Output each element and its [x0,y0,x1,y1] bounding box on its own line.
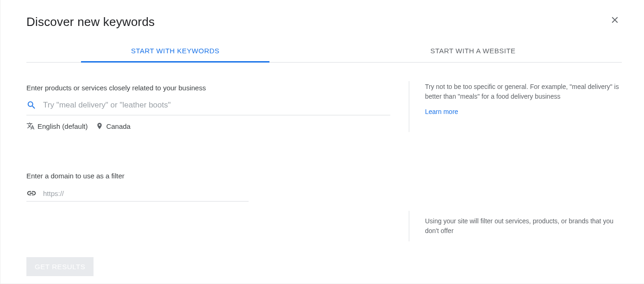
domain-section: Enter a domain to use as a filter [26,172,390,202]
page-title: Discover new keywords [26,15,155,29]
right-column: Try not to be too specific or general. F… [409,84,622,276]
products-label: Enter products or services closely relat… [26,84,390,92]
domain-input[interactable] [43,189,249,197]
search-icon [26,100,37,110]
tab-start-with-website[interactable]: START WITH A WEBSITE [324,40,622,62]
domain-input-row [26,186,249,202]
get-results-button[interactable]: GET RESULTS [26,257,94,276]
tab-bar: START WITH KEYWORDS START WITH A WEBSITE [26,40,622,63]
tab-start-with-keywords[interactable]: START WITH KEYWORDS [26,40,324,62]
hint-domain-text: Using your site will filter out services… [425,217,613,234]
products-section: Enter products or services closely relat… [26,84,390,130]
left-column: Enter products or services closely relat… [26,84,409,276]
language-chip[interactable]: English (default) [26,122,88,130]
domain-label: Enter a domain to use as a filter [26,172,390,180]
keyword-planner-dialog: Discover new keywords START WITH KEYWORD… [0,0,644,284]
hint-keywords: Try not to be too specific or general. F… [409,81,622,132]
dialog-body: Enter products or services closely relat… [26,84,622,276]
location-icon [96,122,103,130]
keyword-input[interactable] [43,101,390,110]
translate-icon [26,122,35,130]
language-label: English (default) [38,122,88,130]
keyword-input-row [26,98,390,115]
hint-keywords-text: Try not to be too specific or general. F… [425,83,619,100]
close-icon[interactable] [608,13,622,29]
link-icon [26,188,37,198]
location-label: Canada [106,122,131,130]
learn-more-link[interactable]: Learn more [425,107,458,117]
settings-chips: English (default) Canada [26,122,390,130]
title-row: Discover new keywords [26,15,622,29]
location-chip[interactable]: Canada [96,122,131,130]
hint-domain: Using your site will filter out services… [409,211,622,241]
